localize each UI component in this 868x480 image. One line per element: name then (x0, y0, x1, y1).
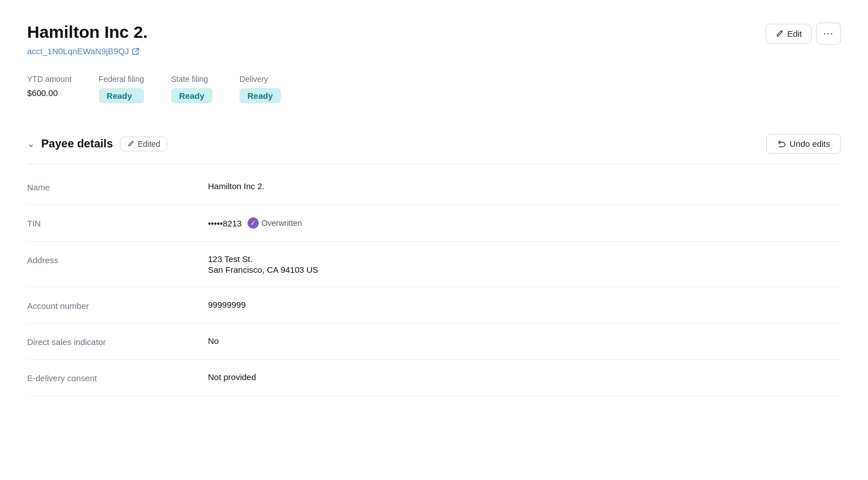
page-title: Hamilton Inc 2. (27, 23, 147, 42)
edelivery-label: E-delivery consent (27, 372, 208, 383)
undo-label: Undo edits (789, 139, 830, 149)
tin-value: •••••8213 ✓ Overwritten (208, 217, 302, 229)
state-label: State filing (171, 75, 212, 84)
chevron-down-icon[interactable]: ⌄ (27, 138, 34, 149)
name-value: Hamilton Inc 2. (208, 181, 264, 191)
undo-edits-button[interactable]: Undo edits (766, 134, 841, 154)
address-line1: 123 Test St. (208, 254, 318, 264)
account-link[interactable]: acct_1N0LqnEWaN9jB9QJ (27, 46, 140, 56)
federal-label: Federal filing (99, 75, 144, 84)
tin-masked: •••••8213 (208, 219, 242, 228)
state-status-badge: Ready (171, 88, 212, 103)
account-id: acct_1N0LqnEWaN9jB9QJ (27, 46, 129, 56)
tin-label: TIN (27, 217, 208, 228)
state-filing-item: State filing Ready (171, 75, 212, 103)
section-title: Payee details (41, 137, 113, 150)
edelivery-value: Not provided (208, 372, 256, 382)
ytd-label: YTD amount (27, 75, 72, 84)
overwritten-label: Overwritten (262, 219, 302, 228)
header-actions: Edit ··· (766, 23, 841, 45)
direct-sales-label: Direct sales indicator (27, 336, 208, 347)
section-header: ⌄ Payee details Edited Undo edits (27, 124, 841, 164)
edit-button[interactable]: Edit (766, 24, 811, 43)
edelivery-row: E-delivery consent Not provided (27, 360, 841, 396)
edited-label: Edited (138, 139, 160, 149)
pencil-small-icon (127, 140, 134, 147)
ytd-value: $600.00 (27, 88, 72, 98)
name-label: Name (27, 181, 208, 192)
check-circle-icon: ✓ (248, 217, 259, 229)
edited-badge: Edited (120, 137, 168, 151)
federal-filing-item: Federal filing Ready (99, 75, 144, 103)
direct-sales-row: Direct sales indicator No (27, 324, 841, 360)
name-row: Name Hamilton Inc 2. (27, 169, 841, 205)
pencil-icon (775, 29, 784, 38)
account-number-row: Account number 99999999 (27, 287, 841, 324)
details-table: Name Hamilton Inc 2. TIN •••••8213 ✓ Ove… (27, 169, 841, 396)
overwritten-badge: ✓ Overwritten (248, 217, 302, 229)
ytd-amount-item: YTD amount $600.00 (27, 75, 72, 98)
account-number-value: 99999999 (208, 300, 246, 309)
address-line2: San Francisco, CA 94103 US (208, 265, 318, 274)
direct-sales-value: No (208, 336, 219, 346)
filing-status-row: YTD amount $600.00 Federal filing Ready … (27, 75, 841, 103)
address-block: 123 Test St. San Francisco, CA 94103 US (208, 254, 318, 274)
delivery-label: Delivery (240, 75, 281, 84)
federal-status-badge: Ready (99, 88, 144, 103)
edit-label: Edit (787, 29, 802, 38)
more-button[interactable]: ··· (816, 23, 841, 45)
header-left: Hamilton Inc 2. acct_1N0LqnEWaN9jB9QJ (27, 23, 147, 56)
tin-row: TIN •••••8213 ✓ Overwritten (27, 205, 841, 242)
account-number-label: Account number (27, 300, 208, 311)
undo-icon (777, 139, 786, 149)
address-row: Address 123 Test St. San Francisco, CA 9… (27, 242, 841, 287)
address-label: Address (27, 254, 208, 265)
external-link-icon (132, 47, 140, 55)
more-label: ··· (823, 28, 834, 40)
delivery-item: Delivery Ready (240, 75, 281, 103)
section-header-left: ⌄ Payee details Edited (27, 137, 167, 151)
delivery-status-badge: Ready (240, 88, 281, 103)
page-header: Hamilton Inc 2. acct_1N0LqnEWaN9jB9QJ Ed… (27, 23, 841, 56)
address-value: 123 Test St. San Francisco, CA 94103 US (208, 254, 318, 274)
